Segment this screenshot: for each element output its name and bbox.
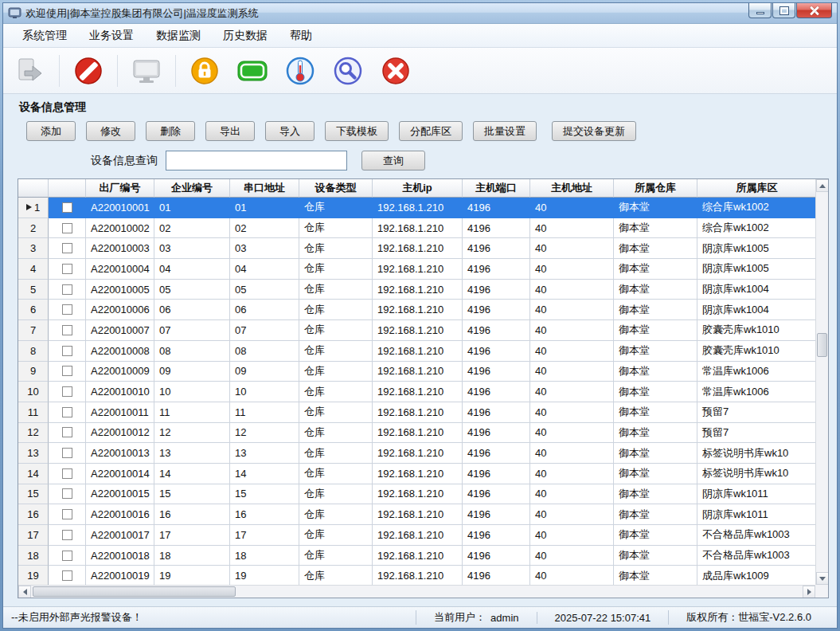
checkbox-cell[interactable] (49, 218, 86, 239)
row-header[interactable]: 11 (18, 402, 49, 423)
table-cell[interactable]: 御本堂 (614, 464, 697, 484)
table-row[interactable]: 4A2200100040404仓库192.168.1.210419640御本堂阴… (18, 259, 815, 280)
table-cell[interactable]: 4196 (463, 320, 530, 341)
row-header[interactable]: 13 (18, 443, 49, 464)
checkbox-cell[interactable] (49, 423, 86, 444)
table-row[interactable]: 8A2200100080808仓库192.168.1.210419640御本堂胶… (18, 341, 815, 362)
close-button[interactable] (796, 3, 832, 18)
search-input[interactable] (166, 151, 347, 170)
table-cell[interactable]: 御本堂 (614, 402, 697, 423)
row-header[interactable]: 12 (18, 423, 49, 444)
checkbox-cell[interactable] (49, 280, 86, 300)
table-cell[interactable]: A220010019 (86, 566, 154, 585)
table-cell[interactable]: 01 (230, 198, 299, 218)
table-cell[interactable]: 4196 (463, 525, 530, 546)
checkbox-cell[interactable] (49, 464, 86, 484)
table-cell[interactable]: 192.168.1.210 (373, 402, 463, 423)
table-cell[interactable]: 40 (530, 484, 614, 505)
table-cell[interactable]: 40 (530, 238, 614, 259)
table-cell[interactable]: 御本堂 (614, 382, 697, 402)
checkbox-column-header[interactable] (49, 179, 86, 198)
table-row[interactable]: 16A2200100161616仓库192.168.1.210419640御本堂… (18, 504, 815, 525)
table-cell[interactable]: 01 (154, 198, 230, 218)
table-cell[interactable]: A220010010 (86, 382, 154, 402)
row-header[interactable]: 16 (18, 504, 49, 525)
vertical-scrollbar[interactable] (815, 179, 828, 585)
checkbox-cell[interactable] (49, 402, 86, 423)
download-template-button[interactable]: 下载模板 (325, 121, 389, 141)
table-cell[interactable]: 4196 (463, 382, 530, 402)
table-row[interactable]: 19A2200100191919仓库192.168.1.210419640御本堂… (18, 566, 815, 585)
table-cell[interactable]: 192.168.1.210 (373, 382, 463, 402)
table-cell[interactable]: 40 (530, 566, 614, 585)
table-cell[interactable]: 4196 (463, 464, 530, 484)
scroll-up-icon[interactable] (816, 179, 829, 192)
checkbox-cell[interactable] (49, 546, 86, 566)
row-header[interactable]: 7 (18, 320, 49, 341)
table-cell[interactable]: 05 (230, 280, 299, 300)
table-cell[interactable]: 40 (530, 198, 614, 218)
table-cell[interactable]: 192.168.1.210 (373, 423, 463, 444)
table-cell[interactable]: A220010005 (86, 280, 154, 300)
row-header[interactable]: 8 (18, 341, 49, 362)
no-entry-icon[interactable] (69, 52, 107, 90)
table-cell[interactable]: A220010001 (86, 198, 154, 218)
table-cell[interactable]: 4196 (463, 443, 530, 464)
table-cell[interactable]: 192.168.1.210 (373, 362, 463, 382)
table-row[interactable]: 17A2200100171717仓库192.168.1.210419640御本堂… (18, 525, 815, 546)
row-header[interactable]: 5 (18, 280, 49, 300)
table-cell[interactable]: 17 (154, 525, 230, 546)
menu-history-data[interactable]: 历史数据 (213, 25, 277, 46)
table-cell[interactable]: 御本堂 (614, 423, 697, 444)
checkbox-cell[interactable] (49, 504, 86, 525)
table-cell[interactable]: 05 (154, 280, 230, 300)
table-cell[interactable]: 192.168.1.210 (373, 484, 463, 505)
table-cell[interactable]: 仓库 (299, 218, 373, 239)
table-cell[interactable]: 04 (230, 259, 299, 280)
checkbox-cell[interactable] (49, 259, 86, 280)
table-cell[interactable]: 192.168.1.210 (373, 238, 463, 259)
table-cell[interactable]: 192.168.1.210 (373, 341, 463, 362)
table-cell[interactable]: A220010011 (86, 402, 154, 423)
table-cell[interactable]: 御本堂 (614, 566, 697, 585)
table-cell[interactable]: 18 (154, 546, 230, 566)
column-header[interactable]: 设备类型 (299, 179, 373, 198)
table-cell[interactable]: 仓库 (299, 443, 373, 464)
menu-business-settings[interactable]: 业务设置 (80, 25, 143, 46)
table-cell[interactable]: 03 (154, 238, 230, 259)
table-cell[interactable]: 10 (230, 382, 299, 402)
table-row[interactable]: 6A2200100060606仓库192.168.1.210419640御本堂阴… (18, 300, 815, 320)
scroll-down-icon[interactable] (816, 572, 829, 585)
table-cell[interactable]: 15 (154, 484, 230, 505)
table-cell[interactable]: 仓库 (299, 198, 373, 218)
table-cell[interactable]: 17 (230, 525, 299, 546)
row-header[interactable]: 9 (18, 362, 49, 382)
table-cell[interactable]: 06 (230, 300, 299, 320)
title-bar[interactable]: 欢迎使用|御本堂控股集团有限公司|温湿度监测系统 (3, 3, 837, 24)
table-cell[interactable]: 阴凉库wk1011 (697, 504, 815, 525)
table-cell[interactable]: 御本堂 (614, 341, 697, 362)
scroll-right-icon[interactable] (803, 586, 815, 598)
table-cell[interactable]: 成品库wk1009 (697, 566, 815, 585)
checkbox-cell[interactable] (49, 362, 86, 382)
row-checkbox[interactable] (62, 427, 72, 437)
row-header[interactable]: 1 (18, 198, 49, 218)
table-cell[interactable]: 19 (230, 566, 299, 585)
table-cell[interactable]: 4196 (463, 402, 530, 423)
checkbox-cell[interactable] (49, 484, 86, 505)
checkbox-cell[interactable] (49, 525, 86, 546)
table-cell[interactable]: 40 (530, 259, 614, 280)
column-header[interactable]: 出厂编号 (86, 179, 154, 198)
vertical-scrollbar-thumb[interactable] (817, 333, 827, 357)
table-cell[interactable]: 4196 (463, 566, 530, 585)
table-cell[interactable]: 御本堂 (614, 546, 697, 566)
maximize-button[interactable] (772, 3, 795, 18)
table-row[interactable]: 10A2200100101010仓库192.168.1.210419640御本堂… (18, 382, 815, 402)
table-cell[interactable]: 192.168.1.210 (373, 198, 463, 218)
modify-button[interactable]: 修改 (86, 121, 135, 141)
table-cell[interactable]: 192.168.1.210 (373, 218, 463, 239)
row-checkbox[interactable] (62, 570, 72, 581)
row-header[interactable]: 19 (18, 566, 49, 585)
row-header[interactable]: 14 (18, 464, 49, 484)
query-button[interactable]: 查询 (361, 151, 425, 170)
